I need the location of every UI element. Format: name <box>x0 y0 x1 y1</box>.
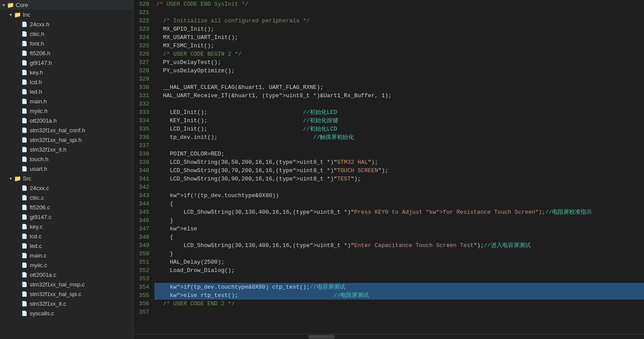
line-content: LCD_ShowString(30,70,200,16,16,(type">ui… <box>154 166 388 175</box>
line-content <box>154 308 160 316</box>
line-content: __HAL_UART_CLEAR_FLAG(&huart1, UART_FLAG… <box>154 83 323 92</box>
sidebar-item-main_c[interactable]: 📄 main.c <box>0 251 133 260</box>
sidebar-item-24cxx_h[interactable]: 📄 24cxx.h <box>0 19 133 29</box>
line-number: 357 <box>133 308 154 316</box>
sidebar-item-stm32f1xx_hal_conf_h[interactable]: 📄 stm32f1xx_hal_conf.h <box>0 125 133 135</box>
sidebar-item-usart_h[interactable]: 📄 usart.h <box>0 164 133 173</box>
folder-icon: 📁 <box>14 175 21 182</box>
file-icon: 📄 <box>21 41 28 46</box>
line-number: 343 <box>133 191 154 200</box>
file-icon: 📄 <box>21 156 28 162</box>
file-label: stm32f1xx_hal_spi.c <box>30 291 81 297</box>
sidebar-item-syscalls_c[interactable]: 📄 syscalls.c <box>0 308 133 318</box>
sidebar-item-ft5206_c[interactable]: 📄 ft5206.c <box>0 202 133 212</box>
line-number: 330 <box>133 83 154 92</box>
file-label: led.h <box>30 88 42 95</box>
sidebar-item-lcd_h[interactable]: 📄 lcd.h <box>0 77 133 87</box>
sidebar-item-ott2001a_c[interactable]: 📄 ott2001a.c <box>0 270 133 279</box>
sidebar-item-core[interactable]: ▾ 📁 Core <box>0 0 133 10</box>
sidebar-item-main_h[interactable]: 📄 main.h <box>0 96 133 106</box>
sidebar-item-inc[interactable]: ▾ 📁 Inc <box>0 10 133 19</box>
line-number: 337 <box>133 141 154 150</box>
code-line-327: 327 PY_usDelayTest(); <box>133 58 644 67</box>
code-line-350: 350 } <box>133 250 644 258</box>
sidebar-item-myiic_h[interactable]: 📄 myiic.h <box>0 106 133 116</box>
code-line-325: 325 MX_FSMC_Init(); <box>133 42 644 50</box>
code-line-341: 341 LCD_ShowString(30,90,200,16,16,(type… <box>133 175 644 183</box>
sidebar-item-font_h[interactable]: 📄 font.h <box>0 39 133 48</box>
line-number: 335 <box>133 125 154 133</box>
code-line-336: 336 tp_dev.init(); //触摸屏初始化 <box>133 133 644 141</box>
sidebar-item-key_h[interactable]: 📄 key.h <box>0 67 133 77</box>
file-label: ott2001a.h <box>30 117 56 124</box>
code-line-338: 338 POINT_COLOR=RED; <box>133 150 644 158</box>
code-line-330: 330 __HAL_UART_CLEAR_FLAG(&huart1, UART_… <box>133 83 644 92</box>
sidebar-item-ctiic_c[interactable]: 📄 ctiic.c <box>0 193 133 202</box>
file-icon: 📄 <box>21 291 28 297</box>
sidebar-item-myiic_c[interactable]: 📄 myiic.c <box>0 260 133 270</box>
file-label: usart.h <box>30 166 47 172</box>
file-icon: 📄 <box>21 108 28 114</box>
folder-icon: 📁 <box>14 11 21 18</box>
sidebar-item-key_c[interactable]: 📄 key.c <box>0 222 133 231</box>
file-label: key.c <box>30 223 42 230</box>
line-number: 322 <box>133 17 154 25</box>
line-content: kw">if(tp_dev.touchtype&0X80) ctp_test()… <box>154 283 345 291</box>
scroll-thumb[interactable] <box>308 335 335 339</box>
sidebar-item-led_h[interactable]: 📄 led.h <box>0 87 133 96</box>
sidebar-item-ctiic_h[interactable]: 📄 ctiic.h <box>0 29 133 39</box>
sidebar-item-stm32f1xx_hal_spi_c[interactable]: 📄 stm32f1xx_hal_spi.c <box>0 289 133 299</box>
code-container: 320/* USER CODE END SysInit */321 322 /*… <box>133 0 644 316</box>
line-content: POINT_COLOR=RED; <box>154 150 224 158</box>
code-line-331: 331 HAL_UART_Receive_IT(&huart1, (type">… <box>133 92 644 100</box>
sidebar-item-touch_h[interactable]: 📄 touch.h <box>0 154 133 164</box>
horizontal-scrollbar[interactable] <box>133 334 644 339</box>
sidebar-item-24cxx_c[interactable]: 📄 24cxx.c <box>0 183 133 193</box>
sidebar-item-stm32f1xx_hal_msp_c[interactable]: 📄 stm32f1xx_hal_msp.c <box>0 279 133 289</box>
file-label: syscalls.c <box>30 310 54 317</box>
file-label: stm32f1xx_it.h <box>30 146 66 153</box>
line-number: 351 <box>133 258 154 266</box>
sidebar-item-gt9147_h[interactable]: 📄 gt9147.h <box>0 58 133 67</box>
line-number: 356 <box>133 300 154 308</box>
line-number: 331 <box>133 92 154 100</box>
file-icon: 📄 <box>21 185 28 191</box>
line-content: KEY_Init(); //初始化按键 <box>154 117 338 125</box>
line-number: 342 <box>133 183 154 191</box>
code-line-322: 322 /* Initialize all configured periphe… <box>133 17 644 25</box>
sidebar-item-gt9147_c[interactable]: 📄 gt9147.c <box>0 212 133 222</box>
file-explorer[interactable]: ▾ 📁 Core ▾ 📁 Inc 📄 24cxx.h 📄 ctiic.h 📄 f… <box>0 0 133 339</box>
sidebar-item-src[interactable]: ▾ 📁 Src <box>0 173 133 183</box>
sidebar-item-stm32f1xx_it_c[interactable]: 📄 stm32f1xx_it.c <box>0 299 133 308</box>
file-label: ctiic.h <box>30 31 44 37</box>
code-line-321: 321 <box>133 8 644 17</box>
line-number: 323 <box>133 25 154 33</box>
line-number: 328 <box>133 67 154 75</box>
file-label: ft5206.c <box>30 204 50 211</box>
folder-arrow: ▾ <box>7 12 14 17</box>
file-label: key.h <box>30 69 43 76</box>
code-line-342: 342 <box>133 183 644 191</box>
code-editor[interactable]: 320/* USER CODE END SysInit */321 322 /*… <box>133 0 644 339</box>
sidebar-item-stm32f1xx_it_h[interactable]: 📄 stm32f1xx_it.h <box>0 145 133 154</box>
file-icon: 📄 <box>21 233 28 239</box>
sidebar-item-ft5206_h[interactable]: 📄 ft5206.h <box>0 48 133 58</box>
line-content: Load_Drow_Dialog(); <box>154 266 234 275</box>
sidebar-item-led_c[interactable]: 📄 led.c <box>0 241 133 251</box>
file-icon: 📄 <box>21 89 28 95</box>
line-number: 334 <box>133 117 154 125</box>
line-content: LCD_ShowString(30,50,200,16,16,(type">ui… <box>154 158 378 166</box>
file-label: 24cxx.c <box>30 185 49 191</box>
line-number: 345 <box>133 208 154 216</box>
code-line-334: 334 KEY_Init(); //初始化按键 <box>133 117 644 125</box>
sidebar-item-ott2001a_h[interactable]: 📄 ott2001a.h <box>0 116 133 125</box>
file-icon: 📄 <box>21 137 28 143</box>
file-label: ctiic.c <box>30 194 44 201</box>
line-number: 333 <box>133 108 154 117</box>
folder-icon: 📁 <box>7 2 14 8</box>
sidebar-item-stm32f1xx_hal_spi_h[interactable]: 📄 stm32f1xx_hal_spi.h <box>0 135 133 145</box>
line-number: 346 <box>133 216 154 225</box>
line-number: 329 <box>133 75 154 83</box>
sidebar-item-lcd_c[interactable]: 📄 lcd.c <box>0 231 133 241</box>
file-icon: 📄 <box>21 214 28 220</box>
